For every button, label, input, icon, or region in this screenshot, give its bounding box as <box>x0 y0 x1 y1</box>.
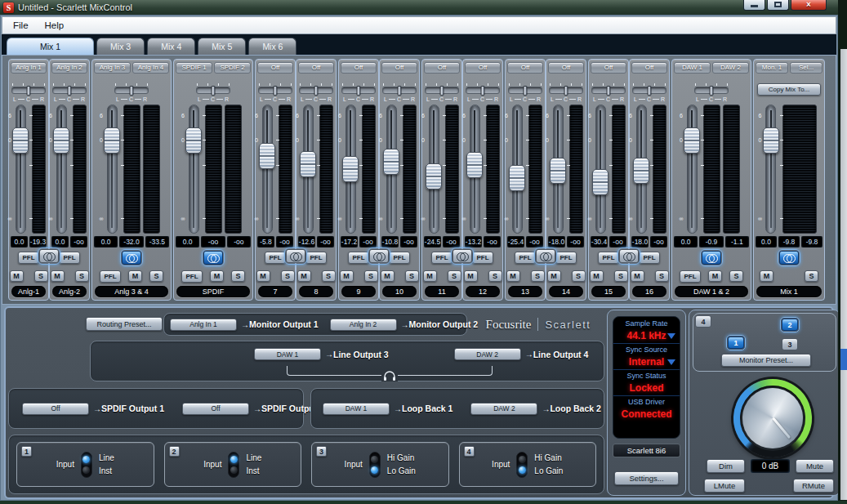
fader-handle[interactable] <box>12 127 29 154</box>
mute-button[interactable]: M <box>256 270 270 282</box>
route-source-select[interactable]: DAW 1 <box>254 348 321 360</box>
solo-button[interactable]: S <box>281 270 295 282</box>
pan-slider[interactable] <box>196 87 230 94</box>
tab-mix-6[interactable]: Mix 6 <box>248 38 296 55</box>
input-select-button[interactable]: DAW 1 <box>674 62 711 74</box>
pan-slider[interactable] <box>11 87 46 94</box>
channel-fader[interactable]: 60∞ <box>762 105 780 234</box>
pan-slider[interactable] <box>508 87 542 94</box>
mute-button[interactable]: M <box>464 270 478 282</box>
pan-handle[interactable] <box>212 86 216 96</box>
fader-track[interactable] <box>56 105 67 234</box>
pfl-button[interactable]: PFL <box>680 270 701 283</box>
input-select-button[interactable]: Off <box>507 62 543 74</box>
stereo-link-button[interactable] <box>700 249 723 266</box>
fader-handle[interactable] <box>426 163 442 190</box>
solo-button[interactable]: S <box>805 270 818 282</box>
input-select-button[interactable]: Anlg In 1 <box>11 62 47 74</box>
solo-button[interactable]: S <box>75 270 89 282</box>
mute-button[interactable]: Mute <box>796 459 834 473</box>
input-select-button[interactable]: Off <box>548 62 584 74</box>
pan-slider[interactable] <box>258 87 292 94</box>
copy-mix-to-button[interactable]: Copy Mix To... <box>757 83 821 96</box>
pan-slider[interactable] <box>425 87 459 94</box>
monitor-preset-1[interactable]: 1 <box>728 337 744 349</box>
pan-slider[interactable] <box>632 87 666 94</box>
solo-button[interactable]: S <box>149 270 163 282</box>
pfl-button[interactable]: PFL <box>59 252 80 264</box>
solo-button[interactable]: S <box>729 270 743 282</box>
pan-handle[interactable] <box>607 86 611 96</box>
fader-handle[interactable] <box>104 127 120 154</box>
channel-fader[interactable]: 60∞ <box>508 105 526 234</box>
fader-track[interactable] <box>687 105 698 234</box>
pan-slider[interactable] <box>549 87 583 94</box>
fader-handle[interactable] <box>466 152 483 178</box>
stereo-link-button[interactable] <box>120 249 143 266</box>
stereo-link-button[interactable] <box>38 248 60 265</box>
pfl-button[interactable]: PFL <box>598 252 619 264</box>
dropdown-arrow-icon[interactable] <box>667 333 675 339</box>
pan-handle[interactable] <box>398 86 402 96</box>
channel-fader[interactable]: 60∞ <box>11 105 29 234</box>
route-source-select[interactable]: DAW 1 <box>323 403 390 415</box>
radio-line[interactable] <box>230 456 238 463</box>
pan-handle[interactable] <box>524 86 528 96</box>
monitor-preset-button[interactable]: Monitor Preset... <box>721 354 811 367</box>
mute-button[interactable]: M <box>631 270 644 282</box>
stereo-link-button[interactable] <box>617 248 640 265</box>
mute-button[interactable]: M <box>590 270 604 282</box>
solo-button[interactable]: S <box>322 270 336 282</box>
menu-item-help[interactable]: Help <box>38 19 72 32</box>
input-select-button[interactable]: Anlg In 2 <box>51 62 87 74</box>
routing-preset-button[interactable]: Routing Preset... <box>86 317 163 331</box>
fader-handle[interactable] <box>259 143 275 169</box>
mute-button[interactable]: M <box>210 270 224 282</box>
monitor-preset-2[interactable]: 2 <box>782 319 798 331</box>
radio-hi-gain[interactable] <box>519 456 526 463</box>
pan-handle[interactable] <box>481 86 485 96</box>
input-select-button[interactable]: Off <box>591 62 626 74</box>
mute-button[interactable]: M <box>423 270 437 282</box>
stereo-link-button[interactable] <box>778 249 800 266</box>
pan-handle[interactable] <box>68 86 72 96</box>
input-select-button[interactable]: SPDIF 2 <box>214 62 251 74</box>
pan-slider[interactable] <box>694 87 729 94</box>
fader-track[interactable] <box>107 105 118 234</box>
mute-button[interactable]: M <box>128 270 142 282</box>
tab-mix-1[interactable]: Mix 1 <box>7 38 94 55</box>
stereo-link-button[interactable] <box>368 248 390 265</box>
channel-fader[interactable]: 60∞ <box>591 105 609 234</box>
left-mute-button[interactable]: LMute <box>704 479 745 493</box>
pan-handle[interactable] <box>27 86 31 96</box>
channel-fader[interactable]: 60∞ <box>258 105 276 234</box>
menu-item-file[interactable]: File <box>6 19 36 32</box>
right-mute-button[interactable]: RMute <box>793 479 834 493</box>
monitor-volume-knob[interactable] <box>733 379 812 457</box>
channel-fader[interactable]: 60∞ <box>632 105 650 234</box>
radio-line[interactable] <box>82 456 90 463</box>
input-select-button[interactable]: Anlg In 4 <box>132 62 169 74</box>
dropdown-arrow-icon[interactable] <box>667 359 675 365</box>
pfl-button[interactable]: PFL <box>181 270 203 283</box>
pan-handle[interactable] <box>314 86 319 96</box>
fader-track[interactable] <box>765 105 776 234</box>
channel-fader[interactable]: 60∞ <box>683 105 701 234</box>
pfl-button[interactable]: PFL <box>472 252 493 264</box>
pan-handle[interactable] <box>274 86 278 96</box>
input-select-button[interactable]: Off <box>381 62 417 74</box>
radio-inst[interactable] <box>82 466 90 474</box>
solo-button[interactable]: S <box>448 270 461 282</box>
tab-mix-3[interactable]: Mix 3 <box>96 38 145 55</box>
input-select-button[interactable]: Anlg In 3 <box>94 62 131 74</box>
pan-handle[interactable] <box>130 86 134 96</box>
title-bar[interactable]: S Untitled - Scarlett MixControl × <box>0 0 838 15</box>
solo-button[interactable]: S <box>655 270 669 282</box>
pan-handle[interactable] <box>357 86 361 96</box>
pan-handle[interactable] <box>440 86 444 96</box>
mute-button[interactable]: M <box>297 270 311 282</box>
stereo-link-button[interactable] <box>202 249 225 266</box>
route-source-select[interactable]: Off <box>22 403 89 415</box>
pfl-button[interactable]: PFL <box>18 252 39 264</box>
solo-button[interactable]: S <box>572 270 586 282</box>
